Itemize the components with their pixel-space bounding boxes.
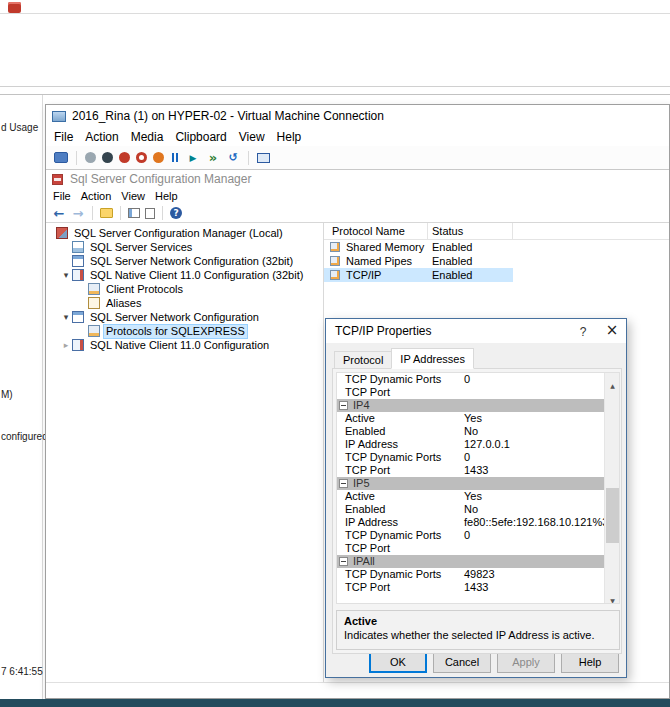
grid-row-tcp-dynamic-ports[interactable]: TCP Dynamic Ports0 [337,373,604,386]
tree-item-sql-server-services[interactable]: SQL Server Services [46,240,323,254]
dialog-close-icon[interactable] [602,321,622,340]
property-value: 0 [464,373,470,386]
protocol-row-shared-memory[interactable]: Shared MemoryEnabled [324,240,513,254]
client-protocols-icon [88,283,100,295]
cm-menu-help[interactable]: Help [150,189,183,203]
property-label: Active [345,490,375,503]
chevron-down-icon[interactable] [60,270,72,280]
grid-row-tcp-dynamic-ports[interactable]: TCP Dynamic Ports49823 [337,568,604,581]
property-value: 127.0.0.1 [464,438,510,451]
vm-menu-view[interactable]: View [233,128,271,146]
grid-section-ip4[interactable]: IP4 [337,399,604,412]
apply-button[interactable]: Apply [497,652,555,673]
tree-item-sql-server-network-configuration[interactable]: SQL Server Network Configuration [46,310,323,324]
tab-protocol[interactable]: Protocol [334,351,392,369]
cancel-button[interactable]: Cancel [433,652,491,673]
export-list-icon[interactable] [145,208,155,219]
protocol-icon [330,242,340,252]
grid-section-ip5[interactable]: IP5 [337,477,604,490]
turn-off-icon[interactable] [102,152,113,163]
column-header-protocol-name[interactable]: Protocol Name [324,223,428,240]
tree-item-label: SQL Server Configuration Manager (Local) [72,227,285,240]
grid-row-active[interactable]: ActiveYes [337,490,604,503]
grid-row-active[interactable]: ActiveYes [337,412,604,425]
grid-row-tcp-port[interactable]: TCP Port [337,386,604,399]
help-button[interactable]: Help [561,652,619,673]
checkpoint-icon[interactable] [206,151,220,165]
enhanced-session-icon[interactable] [257,153,270,163]
protocol-row-named-pipes[interactable]: Named PipesEnabled [324,254,513,268]
save-icon[interactable] [136,152,147,163]
scrollbar-up-icon[interactable] [605,373,620,388]
help-icon[interactable] [170,207,182,219]
tree-item-aliases[interactable]: Aliases [46,296,323,310]
tree-item-protocols-for-sqlexpress[interactable]: Protocols for SQLEXPRESS [46,324,323,338]
tree-item-client-protocols[interactable]: Client Protocols [46,282,323,296]
cm-menu-action[interactable]: Action [76,189,117,203]
grid-row-ip-address[interactable]: IP Address127.0.0.1 [337,438,604,451]
vm-menu-help[interactable]: Help [271,128,308,146]
divider-line [0,86,670,87]
grid-row-tcp-dynamic-ports[interactable]: TCP Dynamic Ports0 [337,529,604,542]
grid-scrollbar[interactable] [604,373,619,603]
grid-row-enabled[interactable]: EnabledNo [337,503,604,516]
start-icon[interactable] [85,152,96,163]
scrollbar-down-icon[interactable] [605,588,620,603]
vm-menu-media[interactable]: Media [125,128,170,146]
property-label: Active [345,412,375,425]
column-header-status[interactable]: Status [428,223,513,240]
cm-menu-view[interactable]: View [116,189,150,203]
protocol-status: Enabled [432,269,472,281]
dialog-help-icon[interactable] [574,322,592,340]
grid-row-tcp-dynamic-ports[interactable]: TCP Dynamic Ports0 [337,451,604,464]
section-label: IP5 [353,477,370,490]
cm-menu-file[interactable]: File [48,189,76,203]
vm-titlebar[interactable]: 2016_Rina (1) on HYPER-02 - Virtual Mach… [46,105,669,127]
config-manager-titlebar[interactable]: Sql Server Configuration Manager [46,170,669,188]
property-label: TCP Dynamic Ports [345,451,441,464]
protocol-status: Enabled [432,255,472,267]
tree-item-sql-server-configuration-manager-local[interactable]: SQL Server Configuration Manager (Local) [46,226,323,240]
ok-button[interactable]: OK [369,652,427,673]
reset-icon[interactable] [153,152,164,163]
grid-section-ipall[interactable]: IPAll [337,555,604,568]
grid-row-tcp-port[interactable]: TCP Port1433 [337,464,604,477]
grid-row-tcp-port[interactable]: TCP Port [337,542,604,555]
collapse-icon[interactable] [339,479,348,488]
grid-row-tcp-port[interactable]: TCP Port1433 [337,581,604,594]
background-text-fragment: configured [1,431,48,442]
taskbar [0,699,670,707]
grid-row-ip-address[interactable]: IP Addressfe80::5efe:192.168.10.121%3 [337,516,604,529]
chevron-right-icon[interactable] [60,340,72,350]
tree-item-sql-native-client-11-0-configuration[interactable]: SQL Native Client 11.0 Configuration [46,338,323,352]
tree-item-label: SQL Native Client 11.0 Configuration [88,339,271,352]
scrollbar-thumb[interactable] [606,488,619,543]
ctrl-alt-del-icon[interactable] [54,152,68,163]
up-one-level-icon[interactable] [100,208,113,218]
tree-item-sql-server-network-configuration-32bit[interactable]: SQL Server Network Configuration (32bit) [46,254,323,268]
collapse-icon[interactable] [339,401,348,410]
vm-menu-action[interactable]: Action [79,128,124,146]
vm-menu-clipboard[interactable]: Clipboard [169,128,232,146]
revert-icon[interactable] [226,151,240,165]
pause-icon[interactable] [170,152,180,163]
back-icon[interactable] [52,206,66,220]
vm-menu-file[interactable]: File [48,128,79,146]
collapse-icon[interactable] [339,557,348,566]
property-label: TCP Port [345,386,390,399]
resume-icon[interactable] [186,151,200,165]
protocol-row-tcp-ip[interactable]: TCP/IPEnabled [324,268,513,282]
native-client-icon [72,269,84,281]
grid-row-enabled[interactable]: EnabledNo [337,425,604,438]
native-client-icon [72,339,84,351]
tree-item-label: SQL Server Network Configuration [88,311,261,324]
property-value: No [464,503,478,516]
property-value: No [464,425,478,438]
tab-ip-addresses[interactable]: IP Addresses [391,348,474,369]
forward-icon[interactable] [71,206,85,220]
tree-item-sql-native-client-11-0-configuration-32bit[interactable]: SQL Native Client 11.0 Configuration (32… [46,268,323,282]
chevron-down-icon[interactable] [60,312,72,322]
show-hide-tree-icon[interactable] [128,208,140,218]
grid-rows: TCP Dynamic Ports0TCP PortIP4ActiveYesEn… [337,373,604,594]
shutdown-icon[interactable] [119,152,130,163]
